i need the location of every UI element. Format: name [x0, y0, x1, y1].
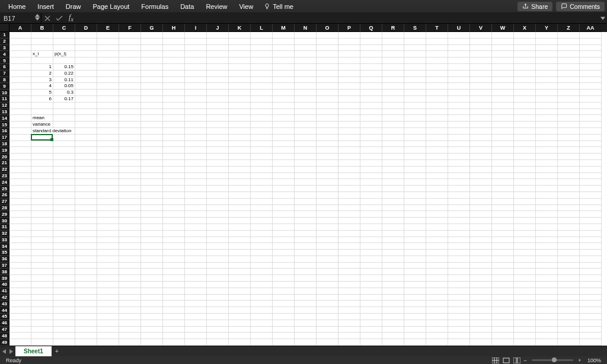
cell[interactable] — [229, 135, 251, 141]
cell[interactable] — [317, 96, 338, 103]
cell[interactable] — [426, 77, 448, 84]
cell[interactable] — [404, 77, 426, 84]
cell[interactable] — [470, 243, 492, 250]
cell[interactable] — [536, 314, 558, 320]
cell[interactable] — [580, 231, 602, 237]
cell[interactable] — [141, 295, 163, 301]
cell[interactable] — [426, 339, 448, 346]
cell[interactable] — [338, 256, 360, 263]
cell[interactable] — [448, 135, 470, 141]
cell[interactable] — [251, 237, 273, 244]
cell[interactable] — [404, 205, 426, 212]
cell[interactable] — [119, 64, 141, 71]
cell[interactable] — [75, 179, 97, 186]
cell[interactable] — [163, 83, 185, 90]
cell[interactable] — [141, 141, 163, 148]
cell[interactable] — [75, 154, 97, 160]
cell[interactable] — [207, 160, 229, 167]
zoom-level-label[interactable]: 100% — [587, 357, 601, 363]
cell[interactable] — [295, 141, 317, 148]
cell[interactable] — [382, 179, 404, 186]
cell[interactable] — [448, 160, 470, 167]
cell[interactable] — [141, 211, 163, 218]
cell[interactable] — [207, 295, 229, 301]
cell[interactable] — [119, 327, 141, 333]
cell[interactable] — [382, 231, 404, 237]
cell[interactable] — [229, 205, 251, 212]
cell[interactable] — [404, 307, 426, 314]
cell[interactable] — [536, 186, 558, 192]
cell[interactable] — [360, 71, 382, 77]
tab-review[interactable]: Review — [200, 3, 233, 10]
cell[interactable] — [163, 147, 185, 154]
cell[interactable] — [360, 77, 382, 84]
cell[interactable] — [97, 147, 119, 154]
cell[interactable] — [448, 218, 470, 224]
cell[interactable] — [97, 64, 119, 71]
cell[interactable] — [9, 115, 31, 122]
cell[interactable] — [360, 295, 382, 301]
cell[interactable] — [448, 307, 470, 314]
cell[interactable] — [273, 333, 295, 339]
cell[interactable] — [514, 275, 536, 282]
cell[interactable] — [163, 339, 185, 346]
name-box-stepper[interactable] — [35, 14, 40, 21]
cell[interactable] — [75, 160, 97, 167]
cell[interactable] — [185, 128, 207, 135]
cell[interactable] — [338, 237, 360, 244]
cell[interactable] — [295, 301, 317, 307]
cell[interactable] — [492, 205, 514, 212]
cell[interactable] — [9, 96, 31, 103]
cell[interactable] — [360, 122, 382, 128]
cell[interactable] — [536, 282, 558, 288]
cell[interactable] — [492, 314, 514, 320]
cell[interactable] — [426, 205, 448, 212]
cell[interactable] — [53, 167, 75, 173]
cell[interactable] — [295, 109, 317, 116]
cell[interactable] — [382, 135, 404, 141]
cell[interactable] — [558, 77, 580, 84]
cell[interactable] — [185, 90, 207, 96]
cell[interactable] — [382, 64, 404, 71]
cell[interactable] — [229, 218, 251, 224]
cell[interactable] — [273, 51, 295, 58]
tab-formulas[interactable]: Formulas — [135, 3, 174, 10]
cell[interactable] — [536, 339, 558, 346]
cell[interactable] — [514, 327, 536, 333]
cell[interactable] — [426, 71, 448, 77]
row-header[interactable]: 2 — [0, 39, 9, 45]
cell[interactable] — [141, 237, 163, 244]
cell[interactable] — [97, 269, 119, 275]
cell[interactable] — [338, 71, 360, 77]
cell[interactable] — [97, 307, 119, 314]
cell[interactable] — [492, 173, 514, 180]
cell[interactable] — [9, 167, 31, 173]
cell[interactable] — [53, 218, 75, 224]
cell[interactable] — [251, 83, 273, 90]
cell[interactable] — [9, 269, 31, 275]
cell[interactable] — [163, 96, 185, 103]
cell[interactable] — [338, 231, 360, 237]
cell[interactable] — [251, 192, 273, 199]
cell[interactable] — [75, 103, 97, 109]
cell[interactable]: variance — [31, 122, 53, 128]
cell[interactable] — [251, 128, 273, 135]
cell[interactable] — [558, 109, 580, 116]
cell[interactable] — [580, 167, 602, 173]
cell[interactable] — [119, 147, 141, 154]
cell[interactable] — [273, 96, 295, 103]
cell[interactable] — [75, 58, 97, 64]
add-sheet-button[interactable]: + — [52, 346, 62, 356]
cell[interactable] — [273, 39, 295, 45]
cell[interactable] — [75, 205, 97, 212]
cell[interactable] — [404, 256, 426, 263]
cell[interactable] — [53, 186, 75, 192]
cell[interactable] — [185, 320, 207, 327]
cell[interactable] — [338, 147, 360, 154]
cell[interactable] — [53, 282, 75, 288]
zoom-in-button[interactable]: + — [577, 357, 583, 363]
cell[interactable] — [9, 282, 31, 288]
cell[interactable] — [273, 45, 295, 52]
cell[interactable] — [317, 128, 338, 135]
cell[interactable] — [273, 64, 295, 71]
